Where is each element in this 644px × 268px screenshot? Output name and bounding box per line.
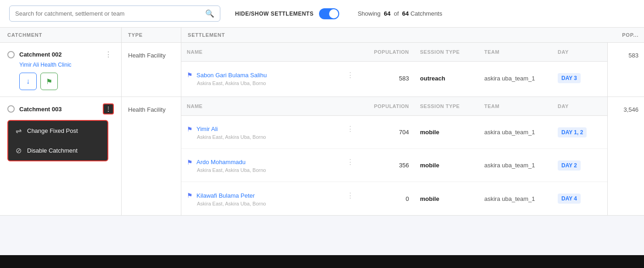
showing-count: 64 [384, 10, 390, 17]
settlement-link[interactable]: Sabon Gari Bulama Salihu [196, 72, 267, 79]
catchment-002-settlements: NAME POPULATION SESSION TYPE TEAM DAY ⚑ … [181, 43, 607, 97]
settlement-session-yimir: mobile [414, 125, 479, 139]
settlement-menu-btn-kilawafi[interactable]: ⋮ [347, 191, 354, 200]
showing-text: Showing 64 of 64 Catchments [358, 10, 442, 17]
settlement-team-yimir: askira uba_team_1 [479, 125, 552, 139]
session-sub-col-2: SESSION TYPE [414, 101, 479, 112]
settlement-name-row: ⚑ Sabon Gari Bulama Salihu ⋮ [187, 71, 354, 80]
settlement-name-cell-yimir: ⚑ Yimir Ali ⋮ Askira East, Askira Uba, B… [181, 118, 359, 146]
total-pop-value-003: 3,546 [623, 106, 638, 113]
change-fixed-post-label: Change Fixed Post [27, 127, 78, 134]
day-badge-yimir: DAY 1, 2 [558, 127, 587, 137]
catchment-002-type: Health Facility [122, 43, 181, 97]
search-input[interactable] [15, 10, 205, 17]
settlement-pop-ardo: 356 [359, 158, 414, 172]
catchment-col-header: CATCHMENT [0, 28, 122, 42]
type-col-header: TYPE [122, 28, 181, 42]
day-badge-kilawafi: DAY 4 [558, 194, 581, 204]
total-pop-value: 583 [628, 52, 638, 59]
catchment-003-row: Catchment 003 ⋮ ⇌ Change Fixed Post ⊘ Di… [0, 97, 644, 215]
disable-catchment-icon: ⊘ [16, 146, 22, 155]
session-sub-col: SESSION TYPE [414, 46, 479, 57]
catchment-002-total-pop: 583 [607, 43, 644, 97]
settlement-name-row-ardo: ⚑ Ardo Mohammadu ⋮ [187, 158, 354, 166]
team-sub-col-2: TEAM [479, 101, 552, 112]
catchment-002-name: Catchment 002 [19, 51, 98, 58]
change-fixed-post-item[interactable]: ⇌ Change Fixed Post [8, 121, 107, 141]
showing-total: 64 [402, 10, 409, 17]
settlement-sub-header-2: NAME POPULATION SESSION TYPE TEAM DAY [181, 97, 607, 116]
day-badge-ardo: DAY 2 [558, 160, 581, 171]
showing-label: Catchments [410, 10, 442, 17]
catchment-002-actions: ↓ ⚑ [19, 73, 114, 90]
settlement-flag-icon: ⚑ [187, 71, 193, 79]
settlement-day-kilawafi: DAY 4 [552, 190, 607, 207]
settlement-day: DAY 3 [552, 69, 607, 87]
search-icon: 🔍 [205, 9, 214, 18]
settlement-day-yimir: DAY 1, 2 [552, 124, 607, 141]
settlement-row-kilawafi: ⚑ Kilawafi Bulama Peter ⋮ Askira East, A… [181, 182, 607, 215]
disable-catchment-item[interactable]: ⊘ Disable Catchment [8, 141, 107, 160]
settlement-col-header: SETTLEMENT [181, 28, 607, 42]
settlement-name-row-yimir: ⚑ Yimir Ali ⋮ [187, 125, 354, 133]
settlement-population: 583 [359, 71, 414, 86]
download-button[interactable]: ↓ [19, 73, 37, 90]
context-menu: ⇌ Change Fixed Post ⊘ Disable Catchment [7, 120, 108, 161]
name-sub-col-2: NAME [181, 101, 359, 112]
settlement-flag-icon-yimir: ⚑ [187, 125, 193, 133]
catchment-003-settlements: NAME POPULATION SESSION TYPE TEAM DAY ⚑ … [181, 97, 607, 215]
settlement-session-ardo: mobile [414, 158, 479, 172]
settlement-menu-btn-ardo[interactable]: ⋮ [347, 158, 354, 166]
catchment-003-type: Health Facility [122, 97, 181, 215]
toggle-label: HIDE/SHOW SETTLEMENTS [235, 11, 314, 17]
change-fixed-post-icon: ⇌ [16, 126, 22, 135]
settlement-menu-btn[interactable]: ⋮ [347, 71, 354, 80]
settlement-row-yimir: ⚑ Yimir Ali ⋮ Askira East, Askira Uba, B… [181, 116, 607, 149]
settlement-name-cell-ardo: ⚑ Ardo Mohammadu ⋮ Askira East, Askira U… [181, 151, 359, 179]
settlement-pop-kilawafi: 0 [359, 192, 414, 206]
catchment-002-row: Catchment 002 ⋮ Yimir Ali Health Clinic … [0, 43, 644, 97]
settlement-flag-icon-ardo: ⚑ [187, 159, 193, 166]
settlement-team: askira uba_team_1 [479, 71, 552, 86]
toggle-section: HIDE/SHOW SETTLEMENTS [235, 8, 339, 19]
settlement-menu-btn-yimir[interactable]: ⋮ [347, 125, 354, 133]
catchment-002-facility-link[interactable]: Yimir Ali Health Clinic [19, 62, 114, 68]
settlement-link-kilawafi[interactable]: Kilawafi Bulama Peter [196, 192, 255, 199]
settlement-flag-icon-kilawafi: ⚑ [187, 192, 193, 199]
disable-catchment-label: Disable Catchment [27, 147, 78, 154]
settlement-row: ⚑ Sabon Gari Bulama Salihu ⋮ Askira East… [181, 62, 607, 95]
team-sub-col: TEAM [479, 46, 552, 57]
catchment-003-icon [7, 105, 15, 113]
settlement-location: Askira East, Askira Uba, Borno [197, 80, 354, 86]
settlement-sub-header-1: NAME POPULATION SESSION TYPE TEAM DAY [181, 43, 607, 62]
day-sub-col: DAY [552, 46, 607, 57]
catchment-003-left: Catchment 003 ⋮ ⇌ Change Fixed Post ⊘ Di… [0, 97, 122, 215]
catchment-003-menu-btn[interactable]: ⋮ [103, 103, 114, 114]
hide-show-toggle[interactable] [319, 8, 339, 19]
settlement-location-kilawafi: Askira East, Askira Uba, Borno [197, 201, 354, 206]
catchment-003-total-pop: 3,546 [607, 97, 644, 215]
pop-sub-col-2: POPULATION [359, 101, 414, 112]
catchment-002-left: Catchment 002 ⋮ Yimir Ali Health Clinic … [0, 43, 122, 97]
catchment-002-block: Catchment 002 ⋮ Yimir Ali Health Clinic … [0, 43, 644, 216]
settlement-name-row-kilawafi: ⚑ Kilawafi Bulama Peter ⋮ [187, 191, 354, 200]
name-sub-col: NAME [181, 46, 359, 57]
settlement-row-ardo: ⚑ Ardo Mohammadu ⋮ Askira East, Askira U… [181, 149, 607, 182]
top-bar: 🔍 HIDE/SHOW SETTLEMENTS Showing 64 of 64… [0, 0, 644, 28]
settlement-session-kilawafi: mobile [414, 192, 479, 206]
catchment-002-menu-btn[interactable]: ⋮ [103, 49, 114, 60]
pop-sub-col: POPULATION [359, 46, 414, 57]
settlement-link-yimir[interactable]: Yimir Ali [196, 125, 218, 132]
settlement-name-cell: ⚑ Sabon Gari Bulama Salihu ⋮ Askira East… [181, 64, 359, 92]
settlement-team-kilawafi: askira uba_team_1 [479, 192, 552, 206]
main-layout: Catchment 002 ⋮ Yimir Ali Health Clinic … [0, 43, 644, 216]
settlement-name-cell-kilawafi: ⚑ Kilawafi Bulama Peter ⋮ Askira East, A… [181, 185, 359, 213]
catchment-003-name: Catchment 003 [19, 106, 98, 113]
settlement-link-ardo[interactable]: Ardo Mohammadu [196, 159, 246, 165]
day-badge: DAY 3 [558, 73, 581, 83]
search-box: 🔍 [9, 6, 220, 22]
settlement-pop-yimir: 704 [359, 125, 414, 139]
settlement-location-ardo: Askira East, Askira Uba, Borno [197, 167, 354, 173]
flag-button[interactable]: ⚑ [40, 73, 58, 90]
header-bar: CATCHMENT TYPE SETTLEMENT POP... [0, 28, 644, 43]
